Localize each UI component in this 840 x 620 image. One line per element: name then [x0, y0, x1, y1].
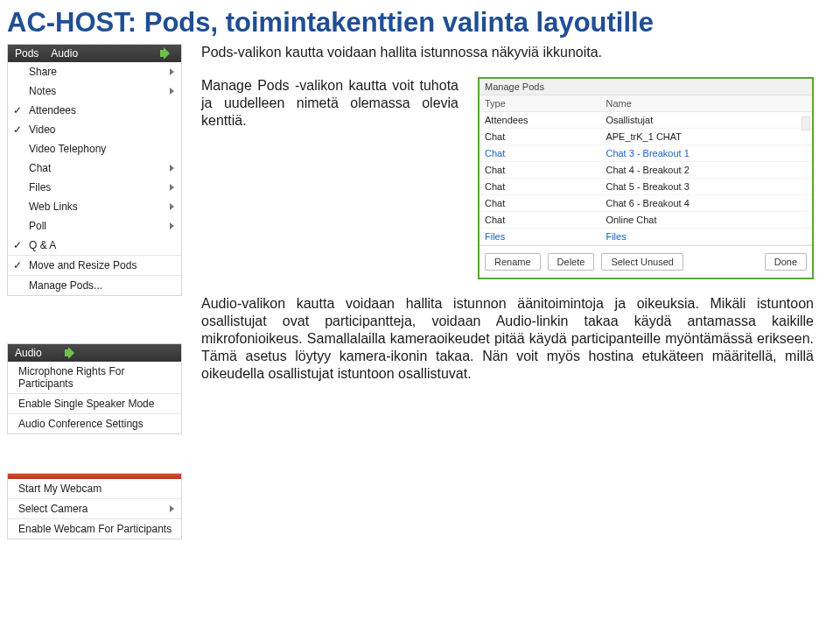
table-row[interactable]: FilesFiles — [480, 229, 812, 245]
table-row[interactable]: ChatChat 6 - Breakout 4 — [480, 195, 812, 212]
menu-item-enable-webcam-participants[interactable]: Enable Webcam For Participants — [8, 518, 181, 539]
table-row[interactable]: ChatOnline Chat — [480, 212, 812, 229]
paragraph-2: Manage Pods -valikon kautta voit tuhota … — [201, 77, 458, 130]
chevron-right-icon — [170, 88, 174, 95]
table-row[interactable]: ChatAPE_trK_1 CHAT — [480, 129, 812, 145]
audio-menubar: Audio — [8, 344, 181, 362]
menu-item-manage-pods[interactable]: Manage Pods... — [8, 275, 181, 295]
table-row[interactable]: ChatChat 4 - Breakout 2 — [480, 162, 812, 179]
menu-item-attendees[interactable]: ✓Attendees — [8, 101, 181, 120]
menu-item-video[interactable]: ✓Video — [8, 120, 181, 139]
col-name[interactable]: Name — [600, 95, 812, 112]
check-icon: ✓ — [13, 239, 22, 251]
check-icon: ✓ — [13, 259, 22, 271]
menu-item-audio-conf-settings[interactable]: Audio Conference Settings — [8, 413, 181, 433]
done-button[interactable]: Done — [765, 253, 807, 271]
check-icon: ✓ — [13, 104, 22, 116]
table-row-selected[interactable]: ChatChat 3 - Breakout 1 — [480, 145, 812, 162]
webcam-menu: Start My Webcam Select Camera Enable Web… — [7, 473, 182, 539]
menubar-item-audio[interactable]: Audio — [51, 47, 78, 60]
menu-item-select-camera[interactable]: Select Camera — [8, 498, 181, 518]
rename-button[interactable]: Rename — [485, 253, 541, 271]
menu-item-mic-rights[interactable]: Microphone Rights For Participants — [8, 362, 181, 393]
col-type[interactable]: Type — [480, 95, 600, 112]
dialog-title: Manage Pods — [480, 79, 812, 95]
page-title: AC-HOST: Pods, toimintakenttien valinta … — [7, 7, 814, 39]
menu-item-share[interactable]: Share — [8, 62, 181, 81]
check-icon: ✓ — [13, 123, 22, 136]
manage-pods-dialog: Manage Pods Type Name AttendeesOsallistu… — [478, 77, 814, 279]
select-unused-button[interactable]: Select Unused — [601, 253, 683, 271]
menu-item-video-telephony[interactable]: Video Telephony — [8, 139, 181, 159]
table-row[interactable]: AttendeesOsallistujat — [480, 112, 812, 129]
audio-menu: Audio Microphone Rights For Participants… — [7, 343, 182, 434]
chevron-right-icon — [170, 68, 174, 75]
table-row[interactable]: ChatChat 5 - Breakout 3 — [480, 179, 812, 195]
chevron-right-icon — [170, 505, 174, 512]
menubar-item-pods[interactable]: Pods — [15, 47, 38, 60]
chevron-right-icon — [170, 184, 174, 191]
chevron-right-icon — [170, 165, 174, 172]
chevron-right-icon — [170, 203, 174, 210]
menu-item-move-resize[interactable]: ✓Move and Resize Pods — [8, 255, 181, 275]
speaker-icon[interactable] — [65, 347, 79, 359]
menu-item-start-webcam[interactable]: Start My Webcam — [8, 479, 181, 498]
menu-item-files[interactable]: Files — [8, 178, 181, 197]
menu-item-qa[interactable]: ✓Q & A — [8, 236, 181, 255]
pods-menubar: Pods Audio — [8, 45, 181, 62]
menubar-item-audio-2[interactable]: Audio — [15, 347, 42, 359]
chevron-right-icon — [170, 222, 174, 229]
scrollbar[interactable] — [802, 116, 810, 130]
menu-item-single-speaker[interactable]: Enable Single Speaker Mode — [8, 393, 181, 413]
paragraph-1: Pods-valikon kautta voidaan hallita istu… — [201, 44, 814, 61]
speaker-icon[interactable] — [160, 47, 174, 60]
menu-item-notes[interactable]: Notes — [8, 81, 181, 101]
paragraph-3: Audio-valikon kautta voidaan hallita ist… — [201, 295, 814, 383]
pods-menu: Pods Audio Share Notes ✓Attendees ✓Video… — [7, 44, 182, 296]
menu-item-web-links[interactable]: Web Links — [8, 197, 181, 216]
menu-item-chat[interactable]: Chat — [8, 159, 181, 178]
menu-item-poll[interactable]: Poll — [8, 216, 181, 236]
pods-table: Type Name AttendeesOsallistujat ChatAPE_… — [480, 95, 812, 245]
delete-button[interactable]: Delete — [548, 253, 595, 271]
